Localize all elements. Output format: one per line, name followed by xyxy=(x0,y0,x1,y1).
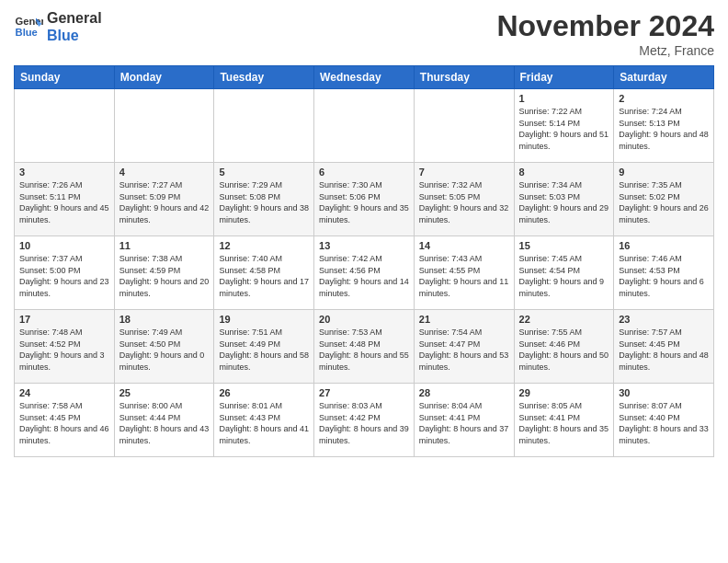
week-row-1: 3Sunrise: 7:26 AMSunset: 5:11 PMDaylight… xyxy=(15,163,714,236)
cell-2-4: 14Sunrise: 7:43 AMSunset: 4:55 PMDayligh… xyxy=(414,236,514,310)
week-row-3: 17Sunrise: 7:48 AMSunset: 4:52 PMDayligh… xyxy=(15,310,714,384)
col-tuesday: Tuesday xyxy=(214,66,314,89)
day-num-3-5: 22 xyxy=(519,314,609,325)
day-info-3-3: Sunrise: 7:53 AMSunset: 4:48 PMDaylight:… xyxy=(319,327,409,373)
day-num-1-6: 9 xyxy=(619,167,709,178)
cell-1-3: 6Sunrise: 7:30 AMSunset: 5:06 PMDaylight… xyxy=(314,163,415,236)
day-num-1-3: 6 xyxy=(319,167,409,178)
cell-2-5: 15Sunrise: 7:45 AMSunset: 4:54 PMDayligh… xyxy=(514,236,614,310)
logo-general: General xyxy=(47,9,102,27)
cell-3-2: 19Sunrise: 7:51 AMSunset: 4:49 PMDayligh… xyxy=(214,310,314,384)
col-friday: Friday xyxy=(514,66,614,89)
cell-4-1: 25Sunrise: 8:00 AMSunset: 4:44 PMDayligh… xyxy=(114,384,214,457)
day-num-3-0: 17 xyxy=(19,314,109,325)
day-info-4-6: Sunrise: 8:07 AMSunset: 4:40 PMDaylight:… xyxy=(619,400,709,446)
day-num-4-4: 28 xyxy=(419,387,509,398)
week-row-2: 10Sunrise: 7:37 AMSunset: 5:00 PMDayligh… xyxy=(15,236,714,310)
day-info-4-2: Sunrise: 8:01 AMSunset: 4:43 PMDaylight:… xyxy=(219,400,309,446)
day-info-2-1: Sunrise: 7:38 AMSunset: 4:59 PMDaylight:… xyxy=(119,253,210,299)
cell-4-0: 24Sunrise: 7:58 AMSunset: 4:45 PMDayligh… xyxy=(15,384,115,457)
day-num-3-4: 21 xyxy=(419,314,509,325)
day-num-1-5: 8 xyxy=(519,167,609,178)
day-info-4-3: Sunrise: 8:03 AMSunset: 4:42 PMDaylight:… xyxy=(319,400,409,446)
cell-3-3: 20Sunrise: 7:53 AMSunset: 4:48 PMDayligh… xyxy=(314,310,415,384)
day-info-0-5: Sunrise: 7:22 AMSunset: 5:14 PMDaylight:… xyxy=(519,106,609,152)
cell-3-5: 22Sunrise: 7:55 AMSunset: 4:46 PMDayligh… xyxy=(514,310,614,384)
day-info-4-4: Sunrise: 8:04 AMSunset: 4:41 PMDaylight:… xyxy=(419,400,509,446)
cell-2-3: 13Sunrise: 7:42 AMSunset: 4:56 PMDayligh… xyxy=(314,236,415,310)
day-info-4-0: Sunrise: 7:58 AMSunset: 4:45 PMDaylight:… xyxy=(19,400,109,446)
day-info-1-4: Sunrise: 7:32 AMSunset: 5:05 PMDaylight:… xyxy=(419,179,509,225)
day-info-1-3: Sunrise: 7:30 AMSunset: 5:06 PMDaylight:… xyxy=(319,179,409,225)
cell-4-6: 30Sunrise: 8:07 AMSunset: 4:40 PMDayligh… xyxy=(614,384,714,457)
day-num-2-3: 13 xyxy=(319,240,409,251)
day-num-0-5: 1 xyxy=(519,93,609,104)
col-thursday: Thursday xyxy=(414,66,514,89)
cell-0-0 xyxy=(15,89,115,163)
day-info-1-6: Sunrise: 7:35 AMSunset: 5:02 PMDaylight:… xyxy=(619,179,709,225)
day-num-2-1: 11 xyxy=(119,240,210,251)
cell-0-6: 2Sunrise: 7:24 AMSunset: 5:13 PMDaylight… xyxy=(614,89,714,163)
col-sunday: Sunday xyxy=(15,66,115,89)
header: General Blue General Blue November 2024 … xyxy=(14,9,714,58)
day-info-1-1: Sunrise: 7:27 AMSunset: 5:09 PMDaylight:… xyxy=(119,179,210,225)
day-num-4-5: 29 xyxy=(519,387,609,398)
day-num-2-0: 10 xyxy=(19,240,109,251)
cell-3-0: 17Sunrise: 7:48 AMSunset: 4:52 PMDayligh… xyxy=(15,310,115,384)
week-row-0: 1Sunrise: 7:22 AMSunset: 5:14 PMDaylight… xyxy=(15,89,714,163)
logo-blue: Blue xyxy=(47,27,102,44)
day-num-1-2: 5 xyxy=(219,167,309,178)
cell-2-6: 16Sunrise: 7:46 AMSunset: 4:53 PMDayligh… xyxy=(614,236,714,310)
cell-4-4: 28Sunrise: 8:04 AMSunset: 4:41 PMDayligh… xyxy=(414,384,514,457)
page: General Blue General Blue November 2024 … xyxy=(0,0,728,466)
cell-0-4 xyxy=(414,89,514,163)
day-num-3-6: 23 xyxy=(619,314,709,325)
cell-1-5: 8Sunrise: 7:34 AMSunset: 5:03 PMDaylight… xyxy=(514,163,614,236)
cell-0-5: 1Sunrise: 7:22 AMSunset: 5:14 PMDaylight… xyxy=(514,89,614,163)
title-block: November 2024 Metz, France xyxy=(496,9,714,58)
logo: General Blue General Blue xyxy=(14,9,102,44)
day-info-2-6: Sunrise: 7:46 AMSunset: 4:53 PMDaylight:… xyxy=(619,253,709,299)
cell-1-4: 7Sunrise: 7:32 AMSunset: 5:05 PMDaylight… xyxy=(414,163,514,236)
day-info-0-6: Sunrise: 7:24 AMSunset: 5:13 PMDaylight:… xyxy=(619,106,709,152)
month-title: November 2024 xyxy=(496,9,714,43)
day-num-2-2: 12 xyxy=(219,240,309,251)
day-info-3-6: Sunrise: 7:57 AMSunset: 4:45 PMDaylight:… xyxy=(619,327,709,373)
cell-0-1 xyxy=(114,89,214,163)
day-num-4-3: 27 xyxy=(319,387,409,398)
day-num-4-2: 26 xyxy=(219,387,309,398)
location: Metz, France xyxy=(496,43,714,58)
svg-text:Blue: Blue xyxy=(16,27,38,38)
col-monday: Monday xyxy=(114,66,214,89)
cell-3-1: 18Sunrise: 7:49 AMSunset: 4:50 PMDayligh… xyxy=(114,310,214,384)
cell-0-3 xyxy=(314,89,415,163)
cell-1-6: 9Sunrise: 7:35 AMSunset: 5:02 PMDaylight… xyxy=(614,163,714,236)
day-num-2-5: 15 xyxy=(519,240,609,251)
calendar-table: Sunday Monday Tuesday Wednesday Thursday… xyxy=(14,65,714,457)
day-info-4-1: Sunrise: 8:00 AMSunset: 4:44 PMDaylight:… xyxy=(119,400,210,446)
cell-1-0: 3Sunrise: 7:26 AMSunset: 5:11 PMDaylight… xyxy=(15,163,115,236)
day-num-4-6: 30 xyxy=(619,387,709,398)
cell-2-0: 10Sunrise: 7:37 AMSunset: 5:00 PMDayligh… xyxy=(15,236,115,310)
cell-1-2: 5Sunrise: 7:29 AMSunset: 5:08 PMDaylight… xyxy=(214,163,314,236)
day-info-1-5: Sunrise: 7:34 AMSunset: 5:03 PMDaylight:… xyxy=(519,179,609,225)
day-info-2-4: Sunrise: 7:43 AMSunset: 4:55 PMDaylight:… xyxy=(419,253,509,299)
day-info-3-5: Sunrise: 7:55 AMSunset: 4:46 PMDaylight:… xyxy=(519,327,609,373)
day-info-2-5: Sunrise: 7:45 AMSunset: 4:54 PMDaylight:… xyxy=(519,253,609,299)
day-info-1-0: Sunrise: 7:26 AMSunset: 5:11 PMDaylight:… xyxy=(19,179,109,225)
cell-4-5: 29Sunrise: 8:05 AMSunset: 4:41 PMDayligh… xyxy=(514,384,614,457)
day-num-3-2: 19 xyxy=(219,314,309,325)
header-row: Sunday Monday Tuesday Wednesday Thursday… xyxy=(15,66,714,89)
day-info-3-2: Sunrise: 7:51 AMSunset: 4:49 PMDaylight:… xyxy=(219,327,309,373)
day-num-1-4: 7 xyxy=(419,167,509,178)
logo-icon: General Blue xyxy=(14,12,43,41)
cell-1-1: 4Sunrise: 7:27 AMSunset: 5:09 PMDaylight… xyxy=(114,163,214,236)
day-info-3-0: Sunrise: 7:48 AMSunset: 4:52 PMDaylight:… xyxy=(19,327,109,373)
week-row-4: 24Sunrise: 7:58 AMSunset: 4:45 PMDayligh… xyxy=(15,384,714,457)
day-num-2-4: 14 xyxy=(419,240,509,251)
day-num-4-0: 24 xyxy=(19,387,109,398)
day-info-2-2: Sunrise: 7:40 AMSunset: 4:58 PMDaylight:… xyxy=(219,253,309,299)
day-num-3-3: 20 xyxy=(319,314,409,325)
day-num-1-0: 3 xyxy=(19,167,109,178)
day-info-3-1: Sunrise: 7:49 AMSunset: 4:50 PMDaylight:… xyxy=(119,327,210,373)
